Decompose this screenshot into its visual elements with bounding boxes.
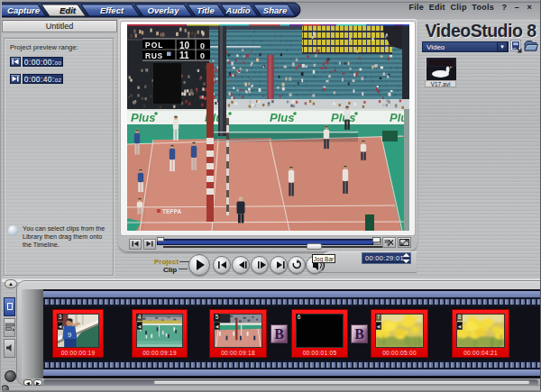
svg-text:Edit: Edit xyxy=(60,5,77,15)
svg-text:Capture: Capture xyxy=(7,5,41,15)
svg-text:POL: POL xyxy=(145,41,163,50)
svg-text:TEPPA: TEPPA xyxy=(162,208,181,214)
svg-text:Title: Title xyxy=(197,5,215,15)
svg-text:Overlay: Overlay xyxy=(148,5,180,15)
svg-text:11: 11 xyxy=(179,50,189,60)
svg-text:9: 9 xyxy=(68,331,71,339)
svg-text:10: 10 xyxy=(179,41,190,50)
svg-text:0: 0 xyxy=(200,41,205,50)
svg-text:Audio: Audio xyxy=(225,5,251,15)
svg-text:0: 0 xyxy=(200,51,205,60)
svg-text:RUS: RUS xyxy=(145,51,163,60)
svg-text:Plus: Plus xyxy=(270,111,294,124)
svg-text:Plus: Plus xyxy=(331,111,355,124)
svg-text:Plus: Plus xyxy=(131,111,155,124)
svg-text:Share: Share xyxy=(263,5,288,15)
svg-text:Effect: Effect xyxy=(100,5,124,15)
